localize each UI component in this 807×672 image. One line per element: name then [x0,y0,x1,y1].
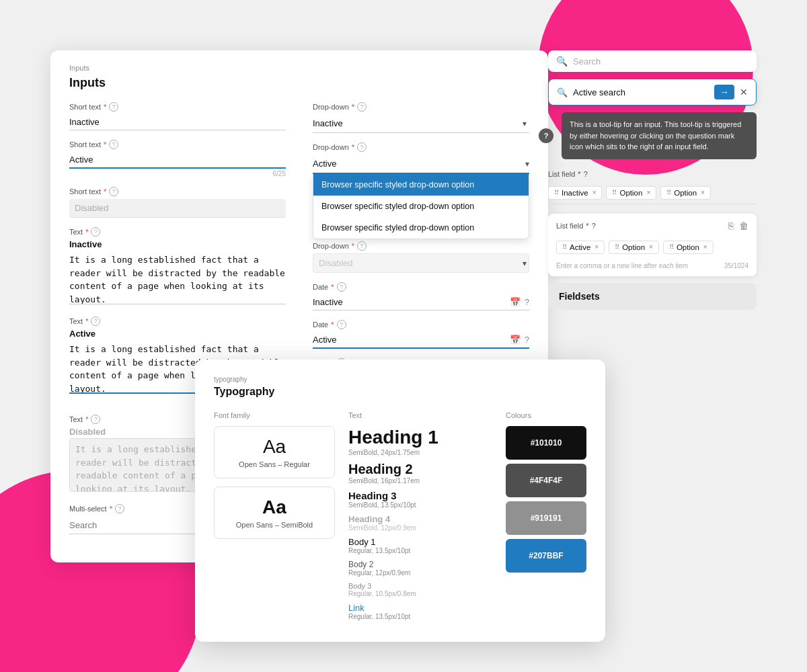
dropdown-disabled-info[interactable]: ? [357,241,367,251]
tag-option-4-close[interactable]: × [703,243,707,251]
tag-option-3-icon: ⠿ [615,243,619,251]
color-swatch-3: #919191 [506,501,586,535]
dropdown-disabled-label: Drop-down* ? [313,241,529,251]
heading-4-text: Heading 4 [348,514,492,524]
text-inactive-bold: Inactive [69,239,286,249]
dropdown-inactive-info[interactable]: ? [357,102,367,112]
list-field-2-delete[interactable]: 🗑 [739,220,748,231]
search-submit-button[interactable]: → [714,85,734,99]
tag-active: ⠿ Active × [556,241,605,254]
tag-option-2-close[interactable]: × [701,189,705,196]
list-field-2-copy[interactable]: ⎘ [728,220,734,231]
dropdown-option-3[interactable]: Browser specific styled drop-down option [313,217,529,239]
dropdown-inactive-select[interactable]: Inactive [313,114,529,133]
dropdown-disabled-select: Disabled [313,253,529,273]
heading-2-text: Heading 2 [348,462,492,477]
list-field-1-label: List field* ? [548,170,757,178]
search-clear-button[interactable]: ✕ [740,87,748,97]
tag-option-1: ⠿ Option × [606,186,656,200]
tag-option-3-close[interactable]: × [649,243,653,251]
tag-option-1-icon: ⠿ [612,189,617,196]
short-text-disabled-info[interactable]: ? [109,187,118,196]
dropdown-inactive-wrapper: Inactive ▾ [313,114,529,133]
tag-option-1-close[interactable]: × [646,189,650,196]
search-active-icon: 🔍 [557,87,568,97]
text-inactive: Text* ? Inactive It is a long establishe… [69,227,286,307]
multiselect-info[interactable]: ? [115,504,124,513]
body-3-text: Body 3 [348,582,492,590]
panel-title: Inputs [69,76,529,90]
text-inactive-info[interactable]: ? [91,227,100,237]
right-panel: 🔍 Search 🔍 → ✕ ? This is a tool-tip for … [548,50,757,310]
date-active-wrapper: 📅 ? [313,332,529,349]
tag-option-1-label: Option [619,189,642,197]
body-3-meta: Regular, 10.5px/0.8em [348,590,492,597]
list-field-2-hint: Enter a comma or a new line after each i… [556,262,748,269]
tag-inactive-close[interactable]: × [592,189,597,196]
short-text-inactive: Short text* ? [69,102,286,130]
date-inactive-info[interactable]: ? [337,282,346,292]
date-active: Date* ? 📅 ? [313,320,529,349]
font-regular-name: Open Sans – Regular [224,460,325,468]
dropdown-active-wrapper: Active ▾ Browser specific styled drop-do… [313,155,529,174]
body-1-item: Body 1 Regular, 13.5px/10pt [348,537,492,554]
heading-1-item: Heading 1 SemiBold, 24px/1.75em [348,426,492,456]
search-active: 🔍 → ✕ [548,79,757,106]
search-inactive: 🔍 Search [548,50,757,72]
date-inactive-wrapper: 📅 ? [313,294,529,310]
short-text-disabled-label: Short text* ? [69,187,286,196]
dropdown-option-2[interactable]: Browser specific styled drop-down option [313,196,529,217]
tag-option-2-label: Option [674,189,697,197]
text-active-info[interactable]: ? [91,317,100,326]
dropdown-active-label: Drop-down* ? [313,142,529,152]
calendar-active-icon[interactable]: 📅 [510,335,521,345]
typography-title: Typography [214,386,586,398]
color-swatch-4: #207BBF [506,539,586,573]
calendar-icon[interactable]: 📅 [510,297,521,307]
tooltip-trigger-icon[interactable]: ? [539,128,553,143]
body-2-meta: Regular, 12px/0.9em [348,569,492,577]
search-active-input[interactable] [573,87,709,97]
font-family-label: Font family [214,411,335,419]
color-swatch-2: #4F4F4F [506,464,586,497]
date-inactive-icons: 📅 ? [510,297,529,307]
date-active-input[interactable] [313,335,510,345]
date-inactive-input[interactable] [313,297,510,307]
dropdown-option-1[interactable]: Browser specific styled drop-down option [313,174,529,196]
dropdown-inactive-label: Drop-down* ? [313,102,529,112]
tag-inactive-label: Inactive [562,189,588,197]
heading-3-text: Heading 3 [348,490,492,501]
short-text-inactive-input[interactable] [69,114,286,130]
tag-option-4-icon: ⠿ [669,243,674,251]
text-active-bold: Active [69,329,286,339]
short-text-active-input[interactable] [69,152,286,169]
typography-tab: typography [214,376,586,383]
list-field-2-label: List field* ? [556,222,596,230]
date-active-icons: 📅 ? [510,335,529,345]
tag-active-close[interactable]: × [594,243,599,251]
list-field-1-info[interactable]: ? [584,170,588,178]
heading-4-item: Heading 4 SemiBold, 12px/0.9em [348,514,492,532]
text-styles-section: Text Heading 1 SemiBold, 24px/1.75em Hea… [348,411,492,626]
tag-inactive-icon: ⠿ [554,189,559,196]
date-active-info[interactable]: ? [337,320,346,329]
text-active-label: Text* ? [69,317,286,326]
dropdown-active-info[interactable]: ? [357,142,367,152]
link-text: Link [348,603,492,613]
short-text-disabled: Short text* ? [69,187,286,218]
short-text-inactive-info[interactable]: ? [109,102,118,112]
date-help-icon[interactable]: ? [525,297,529,307]
list-field-2-info[interactable]: ? [592,222,596,230]
text-inactive-label: Text* ? [69,227,286,237]
tooltip-container: ? This is a tool-tip for an input. This … [548,112,757,159]
date-active-help-icon[interactable]: ? [525,335,529,345]
tooltip-box: This is a tool-tip for an input. This to… [562,112,757,159]
tag-option-4-label: Option [677,243,699,251]
colours-section: Colours #101010 #4F4F4F #919191 #207BBF [506,411,586,626]
text-inactive-textarea[interactable]: It is a long established fact that a rea… [69,251,286,304]
link-meta: Regular, 13.5px/10pt [348,613,492,620]
short-text-active-info[interactable]: ? [109,140,118,149]
dropdown-active-display[interactable]: Active ▾ [313,155,529,174]
text-disabled-info[interactable]: ? [91,415,100,424]
heading-2-item: Heading 2 SemiBold, 16px/1.17em [348,462,492,485]
